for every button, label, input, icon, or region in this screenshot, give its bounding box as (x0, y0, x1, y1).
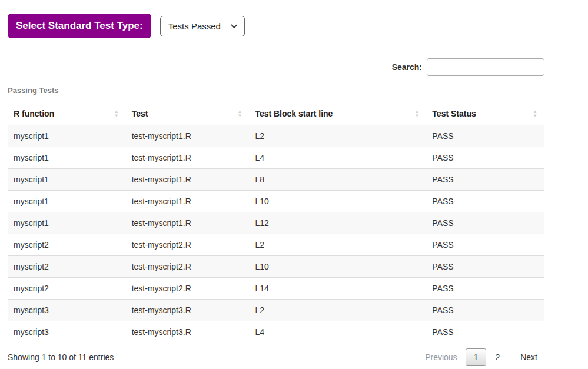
sort-down-icon: ▼ (533, 114, 537, 118)
table-row[interactable]: myscript2test-myscript2.RL14PASS (8, 278, 544, 300)
table-cell: myscript1 (8, 125, 126, 147)
table-row[interactable]: myscript2test-myscript2.RL10PASS (8, 256, 544, 278)
table-cell: test-myscript2.R (126, 234, 250, 256)
pagination-pages: 12 (464, 348, 508, 366)
table-cell: PASS (426, 278, 544, 300)
table-cell: myscript1 (8, 191, 126, 212)
table-cell: PASS (426, 300, 544, 321)
table-cell: test-myscript1.R (126, 212, 250, 234)
column-label: Test Block start line (255, 109, 333, 118)
column-header-test-block-start-line[interactable]: Test Block start line▲▼ (249, 102, 426, 125)
sort-down-icon: ▼ (237, 114, 242, 118)
table-cell: myscript3 (8, 321, 126, 343)
table-cell: myscript2 (8, 234, 126, 256)
table-cell: L8 (249, 169, 426, 191)
table-cell: L12 (249, 212, 426, 234)
table-cell: myscript1 (8, 169, 126, 191)
table-row[interactable]: myscript2test-myscript2.RL2PASS (8, 234, 544, 256)
table-cell: test-myscript1.R (126, 125, 250, 147)
table-cell: myscript1 (8, 147, 126, 169)
page-button-1[interactable]: 1 (466, 348, 487, 366)
table-footer: Showing 1 to 10 of 11 entries Previous 1… (8, 348, 544, 369)
table-cell: PASS (426, 147, 544, 169)
table-cell: L4 (249, 147, 426, 169)
table-cell: L2 (249, 234, 426, 256)
table-cell: test-myscript1.R (126, 147, 250, 169)
test-type-controls: Select Standard Test Type: Tests Passed (8, 14, 544, 38)
test-type-select[interactable]: Tests Passed (160, 16, 245, 36)
sort-down-icon: ▼ (114, 114, 119, 118)
sort-icon[interactable]: ▲▼ (114, 109, 119, 118)
table-row[interactable]: myscript3test-myscript3.RL4PASS (8, 321, 544, 343)
previous-page-button[interactable]: Previous (418, 349, 464, 365)
table-cell: PASS (426, 256, 544, 278)
table-cell: myscript2 (8, 256, 126, 278)
table-cell: test-myscript1.R (126, 169, 250, 191)
table-cell: L4 (249, 321, 426, 343)
table-cell: PASS (426, 125, 544, 147)
test-type-selected-value: Tests Passed (168, 21, 221, 31)
search-bar: Search: (8, 58, 544, 76)
sort-icon[interactable]: ▲▼ (237, 109, 242, 118)
table-cell: PASS (426, 212, 544, 234)
column-header-test[interactable]: Test▲▼ (126, 102, 250, 125)
table-cell: PASS (426, 169, 544, 191)
table-cell: test-myscript3.R (126, 321, 250, 343)
sort-icon[interactable]: ▲▼ (414, 109, 419, 118)
chevron-down-icon (231, 22, 237, 28)
table-cell: PASS (426, 234, 544, 256)
table-cell: L2 (249, 125, 426, 147)
table-cell: PASS (426, 191, 544, 212)
column-label: R function (14, 109, 54, 118)
table-row[interactable]: myscript1test-myscript1.RL2PASS (8, 125, 544, 147)
table-head: R function▲▼Test▲▼Test Block start line▲… (8, 102, 544, 125)
table-cell: L2 (249, 300, 426, 321)
table-row[interactable]: myscript1test-myscript1.RL8PASS (8, 169, 544, 191)
column-label: Test (132, 109, 148, 118)
table-cell: L10 (249, 191, 426, 212)
table-cell: myscript2 (8, 278, 126, 300)
table-header-row: R function▲▼Test▲▼Test Block start line▲… (8, 102, 544, 125)
table-row[interactable]: myscript1test-myscript1.RL4PASS (8, 147, 544, 169)
table-info: Showing 1 to 10 of 11 entries (8, 353, 114, 362)
table-cell: test-myscript2.R (126, 278, 250, 300)
pagination: Previous 12 Next (418, 348, 544, 366)
sort-down-icon: ▼ (414, 114, 419, 118)
table-cell: myscript3 (8, 300, 126, 321)
table-body: myscript1test-myscript1.RL2PASSmyscript1… (8, 125, 544, 343)
page-button-2[interactable]: 2 (487, 349, 507, 365)
table-cell: test-myscript1.R (126, 191, 250, 212)
table-row[interactable]: myscript3test-myscript3.RL2PASS (8, 300, 544, 321)
column-header-r-function[interactable]: R function▲▼ (8, 102, 126, 125)
select-test-type-label: Select Standard Test Type: (8, 14, 151, 38)
table-cell: PASS (426, 321, 544, 343)
column-header-test-status[interactable]: Test Status▲▼ (426, 102, 544, 125)
table-cell: test-myscript2.R (126, 256, 250, 278)
table-cell: L14 (249, 278, 426, 300)
next-page-button[interactable]: Next (513, 349, 544, 365)
table-row[interactable]: myscript1test-myscript1.RL12PASS (8, 212, 544, 234)
column-label: Test Status (432, 109, 476, 118)
search-input[interactable] (427, 58, 544, 76)
passing-tests-table: R function▲▼Test▲▼Test Block start line▲… (8, 102, 544, 343)
table-row[interactable]: myscript1test-myscript1.RL10PASS (8, 191, 544, 212)
search-label: Search: (392, 62, 422, 72)
page: Select Standard Test Type: Tests Passed … (0, 0, 588, 369)
table-cell: myscript1 (8, 212, 126, 234)
sort-icon[interactable]: ▲▼ (533, 109, 537, 118)
table-cell: L10 (249, 256, 426, 278)
passing-tests-link[interactable]: Passing Tests (8, 86, 58, 95)
table-cell: test-myscript3.R (126, 300, 250, 321)
